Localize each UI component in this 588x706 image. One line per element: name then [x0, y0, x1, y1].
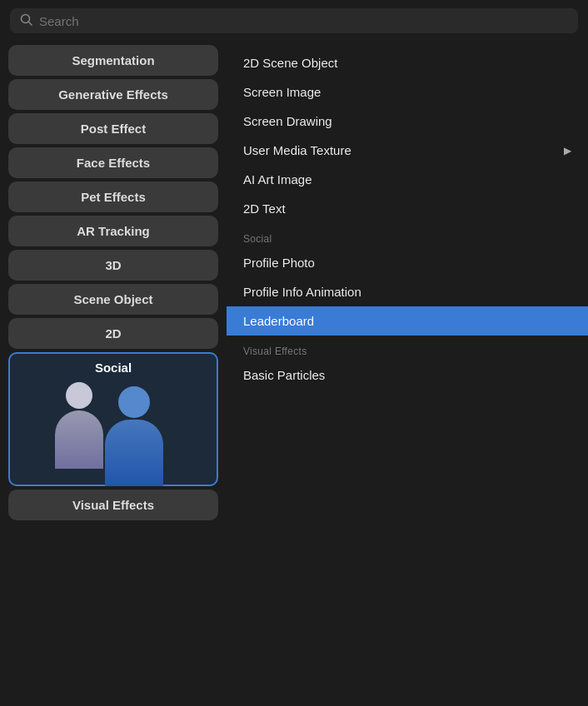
sidebar-item-face-effects[interactable]: Face Effects	[8, 147, 218, 178]
menu-item-ai-art-image[interactable]: AI Art Image	[227, 165, 588, 194]
sidebar-item-label: Scene Object	[73, 292, 152, 306]
sidebar-item-2d[interactable]: 2D	[8, 318, 218, 349]
sidebar-item-label: Post Effect	[81, 122, 146, 136]
sidebar-item-visual-effects[interactable]: Visual Effects	[8, 490, 218, 520]
sidebar-item-label: Generative Effects	[58, 87, 168, 102]
person-head-blue	[118, 386, 150, 418]
person-head-white	[66, 382, 92, 409]
sidebar-item-segmentation[interactable]: Segmentation	[8, 45, 218, 76]
sidebar-item-social[interactable]: Social	[8, 352, 218, 486]
menu-item-label: Leaderboard	[243, 314, 314, 328]
sidebar-item-ar-tracking[interactable]: AR Tracking	[8, 216, 218, 246]
section-header-social-header: Social	[227, 223, 588, 248]
person-body-blue	[105, 420, 163, 486]
right-panel: 2D Scene ObjectScreen ImageScreen Drawin…	[227, 42, 588, 706]
svg-line-1	[29, 22, 32, 26]
social-icon-area	[20, 378, 207, 478]
sidebar-item-label: Visual Effects	[72, 498, 154, 512]
menu-item-user-media-texture[interactable]: User Media Texture▶	[227, 136, 588, 165]
menu-item-label: Basic Particles	[243, 368, 325, 382]
menu-item-basic-particles[interactable]: Basic Particles	[227, 360, 588, 390]
social-figures	[47, 382, 180, 474]
menu-item-label: Screen Drawing	[243, 114, 332, 128]
person-white	[55, 382, 103, 469]
sidebar-item-label: AR Tracking	[77, 224, 150, 238]
menu-item-leaderboard[interactable]: Leaderboard	[227, 306, 588, 336]
person-body-white	[55, 410, 103, 469]
sidebar-item-3d[interactable]: 3D	[8, 250, 218, 281]
sidebar-item-scene-object[interactable]: Scene Object	[8, 284, 218, 315]
person-blue	[105, 386, 163, 486]
sidebar-item-generative-effects[interactable]: Generative Effects	[8, 79, 218, 110]
sidebar-item-post-effect[interactable]: Post Effect	[8, 113, 218, 144]
menu-item-label: Profile Photo	[243, 256, 315, 270]
menu-item-2d-scene-object[interactable]: 2D Scene Object	[227, 48, 588, 77]
menu-item-label: AI Art Image	[243, 172, 312, 186]
sidebar-item-label: Face Effects	[77, 156, 150, 170]
sidebar-item-label: 3D	[105, 258, 121, 272]
chevron-right-icon: ▶	[564, 145, 571, 157]
section-header-visual-effects-header: Visual Effects	[227, 336, 588, 360]
sidebar-item-label: Social	[95, 360, 132, 375]
menu-item-label: 2D Scene Object	[243, 56, 337, 70]
sidebar-item-label: Pet Effects	[81, 190, 146, 204]
main-area: SegmentationGenerative EffectsPost Effec…	[0, 42, 588, 706]
menu-item-profile-info-animation[interactable]: Profile Info Animation	[227, 277, 588, 306]
sidebar: SegmentationGenerative EffectsPost Effec…	[0, 42, 227, 706]
menu-item-label: Profile Info Animation	[243, 285, 361, 299]
menu-item-profile-photo[interactable]: Profile Photo	[227, 248, 588, 277]
search-input[interactable]	[39, 14, 568, 28]
menu-item-screen-drawing[interactable]: Screen Drawing	[227, 107, 588, 136]
menu-item-label: 2D Text	[243, 201, 286, 216]
search-icon	[20, 13, 32, 28]
sidebar-item-label: Segmentation	[72, 53, 154, 67]
menu-item-2d-text[interactable]: 2D Text	[227, 194, 588, 223]
sidebar-item-pet-effects[interactable]: Pet Effects	[8, 181, 218, 212]
menu-item-label: Screen Image	[243, 85, 321, 99]
sidebar-item-label: 2D	[105, 326, 121, 341]
search-bar	[10, 8, 578, 33]
menu-item-label: User Media Texture	[243, 143, 351, 157]
menu-item-screen-image[interactable]: Screen Image	[227, 77, 588, 107]
